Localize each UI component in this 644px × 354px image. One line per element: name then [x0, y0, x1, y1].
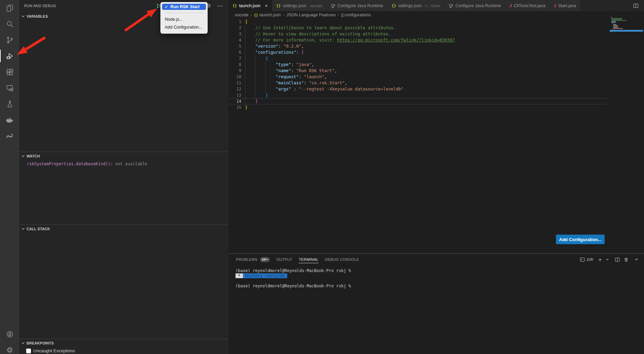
call-stack-section: CALL STACK: [19, 224, 228, 233]
code-line-7[interactable]: 7 {: [228, 55, 607, 62]
terminal-prompt-line: (base) reynoldmorel@Reynolds-MacBook-Pro…: [236, 268, 644, 273]
code-line-2[interactable]: 2 // Use IntelliSense to learn about pos…: [228, 25, 607, 31]
json-file-icon: {}: [276, 3, 281, 8]
code-line-12[interactable]: 12 "args" : "--regtest -Xkeyvalue.dataso…: [228, 86, 607, 92]
menu-item-nodejs[interactable]: Node.js...: [160, 16, 208, 23]
extensions-icon: [6, 68, 14, 76]
split-editor-icon[interactable]: [633, 3, 639, 9]
run-and-debug-icon: [6, 52, 14, 60]
line-number: 7: [228, 55, 241, 62]
activity-item-account[interactable]: [0, 326, 19, 342]
minimap[interactable]: [611, 17, 642, 32]
tab-label: Configure Java Runtime: [337, 3, 383, 8]
activity-item-search[interactable]: [0, 16, 19, 32]
new-terminal-icon[interactable]: +: [598, 257, 602, 263]
watch-section-header[interactable]: WATCH: [19, 152, 228, 160]
more-actions-icon[interactable]: ···: [217, 3, 223, 9]
editor-tab-start-java[interactable]: JStart.java: [550, 0, 581, 11]
breakpoints-section-header[interactable]: BREAKPOINTS: [19, 339, 228, 347]
java-runtime-cup-icon: [331, 3, 335, 8]
source-control-icon: [6, 36, 14, 44]
activity-item-run-and-debug[interactable]: [0, 48, 19, 64]
code-line-5[interactable]: 5 "version": "0.2.0",: [228, 43, 607, 49]
panel-tab-terminal[interactable]: TERMINAL: [298, 254, 319, 265]
terminal-dropdown-chevron-icon[interactable]: [606, 258, 609, 261]
json-file-icon: {}: [254, 13, 258, 17]
code-line-6[interactable]: 6 "configurations": [: [228, 49, 607, 55]
activity-item-docker[interactable]: [0, 112, 19, 128]
split-terminal-icon[interactable]: [615, 257, 620, 262]
editor-tab-settings-json[interactable]: {}settings.json.vscode: [272, 0, 327, 11]
account-icon: [6, 330, 14, 338]
checkmark-icon: ✓: [165, 5, 168, 9]
code-line-13[interactable]: 13 }: [228, 92, 607, 98]
code-line-8[interactable]: 8 "type": "java",: [228, 62, 607, 68]
tab-bar-tabs: {}launch.json×{}settings.json.vscodeConf…: [228, 0, 580, 11]
tab-path-suffix: ~/.../User: [424, 4, 440, 8]
terminal-shell-item[interactable]: zsh: [580, 257, 593, 262]
java-file-icon: J: [554, 3, 556, 8]
tab-label: Start.java: [558, 3, 576, 8]
breadcrumb-item-json-language-features[interactable]: JSON Language Features: [286, 13, 336, 17]
run-and-debug-sidebar: RUN AND DEBUG ⚙ ··· VARIABLES WATCH rskS…: [19, 0, 228, 354]
maximize-panel-chevron-icon[interactable]: [634, 257, 639, 262]
code-line-15[interactable]: 15}: [228, 104, 607, 111]
menu-item-run-rsk-start[interactable]: ✓ Run RSK Start: [162, 4, 206, 10]
breadcrumb-item--vscode[interactable]: .vscode: [234, 13, 248, 17]
vscode-window: ⚙ RUN AND DEBUG ⚙ ··· VARIABLES WATCH rs…: [0, 0, 644, 354]
activity-item-explorer[interactable]: [0, 0, 19, 16]
activity-item-gradle[interactable]: [0, 128, 19, 144]
activity-item-testing[interactable]: [0, 96, 19, 112]
add-configuration-button[interactable]: Add Configuration...: [556, 235, 605, 244]
remote-explorer-icon: [6, 84, 14, 92]
editor-tab-clitoolstest-java[interactable]: JCliToolsTest.java: [505, 0, 550, 11]
breadcrumb: .vscode›{}launch.json›JSON Language Feat…: [228, 11, 644, 19]
bottom-panel: PROBLEMS1K+OUTPUTTERMINALDEBUG CONSOLE z…: [228, 253, 644, 354]
chevron-down-icon: [21, 227, 25, 231]
uncaught-exceptions-label: Uncaught Exceptions: [33, 348, 75, 353]
activity-item-remote-explorer[interactable]: [0, 80, 19, 96]
activity-item-extensions[interactable]: [0, 64, 19, 80]
code-line-14[interactable]: 14 ]: [228, 98, 607, 104]
panel-tab-bar: PROBLEMS1K+OUTPUTTERMINALDEBUG CONSOLE z…: [228, 254, 644, 265]
editor-group: {}launch.json×{}settings.json.vscodeConf…: [228, 0, 644, 253]
java-file-icon: J: [509, 3, 512, 8]
breadcrumb-separator: ›: [250, 13, 252, 17]
editor-tab-configure-java-runtime[interactable]: Configure Java Runtime: [445, 0, 505, 11]
problems-count-badge: 1K+: [260, 257, 270, 262]
activity-item-settings[interactable]: ⚙: [0, 342, 19, 354]
call-stack-section-header[interactable]: CALL STACK: [19, 225, 228, 233]
menu-item-add-configuration[interactable]: Add Configuration...: [160, 23, 208, 31]
close-tab-icon[interactable]: ×: [265, 3, 268, 8]
breakpoints-section: BREAKPOINTS Uncaught Exceptions: [19, 339, 228, 353]
uncaught-exceptions-checkbox[interactable]: [26, 349, 31, 353]
line-number: 15: [228, 104, 241, 111]
watch-expression-row[interactable]: rskSystemProperties.databaseKind(): not …: [19, 162, 228, 166]
kill-terminal-trash-icon[interactable]: [624, 257, 629, 262]
breadcrumb-item-configurations[interactable]: [ ]configurations: [341, 13, 371, 17]
code-line-11[interactable]: 11 "mainClass": "co.rsk.Start",: [228, 80, 607, 86]
panel-tab-problems[interactable]: PROBLEMS1K+: [235, 254, 271, 265]
code-line-3[interactable]: 3 // Hover to view descriptions of exist…: [228, 31, 607, 37]
activity-item-source-control[interactable]: [0, 32, 19, 48]
panel-tab-output[interactable]: OUTPUT: [276, 254, 293, 265]
code-line-10[interactable]: 10 "request": "launch",: [228, 74, 607, 80]
line-number: 11: [228, 80, 241, 86]
editor-tab-launch-json[interactable]: {}launch.json×: [228, 0, 272, 11]
debug-configuration-menu: ✓ Run RSK Start Node.js... Add Configura…: [160, 2, 208, 34]
panel-tab-debug-console[interactable]: DEBUG CONSOLE: [324, 254, 360, 265]
breadcrumb-item-launch-json[interactable]: {}launch.json: [254, 13, 281, 17]
terminal-history-restored-line: * History restored: [236, 273, 644, 279]
array-symbol-icon: [ ]: [341, 13, 343, 17]
panel-actions: zsh +: [580, 257, 644, 263]
editor-tab-bar: {}launch.json×{}settings.json.vscodeConf…: [228, 0, 644, 11]
terminal-output[interactable]: (base) reynoldmorel@Reynolds-MacBook-Pro…: [228, 265, 644, 289]
sidebar-title: RUN AND DEBUG: [24, 4, 56, 8]
editor-actions: [628, 0, 644, 11]
editor-tab-configure-java-runtime[interactable]: Configure Java Runtime: [327, 0, 387, 11]
watch-value: not available: [115, 162, 147, 166]
code-line-1[interactable]: 1{: [228, 19, 607, 25]
code-line-9[interactable]: 9 "name": "Run RSK Start",: [228, 68, 607, 74]
code-line-4[interactable]: 4 // For more information, visit: https:…: [228, 37, 607, 43]
editor-tab-settings-json[interactable]: {}settings.json~/.../User: [387, 0, 445, 11]
